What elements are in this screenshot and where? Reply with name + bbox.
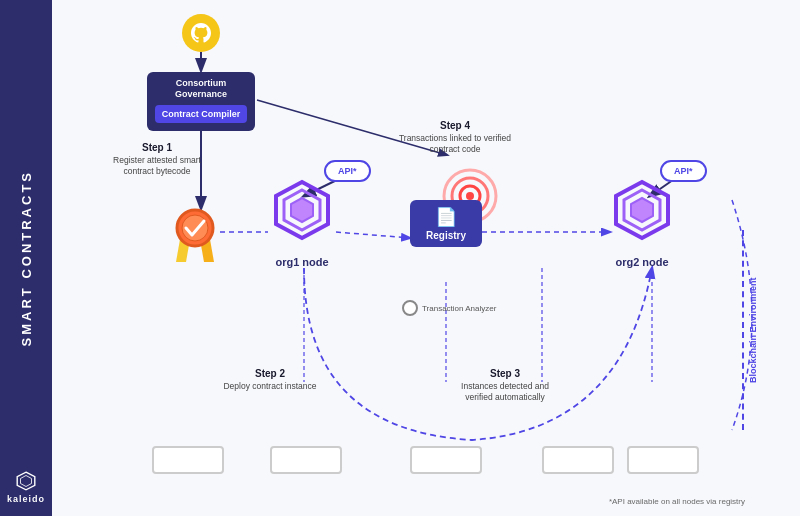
blockchain-box-5	[627, 446, 699, 474]
svg-marker-0	[17, 472, 35, 490]
step1-title: Step 1	[112, 142, 202, 153]
blockchain-box-1	[152, 446, 224, 474]
step4-label: Step 4 Transactions linked to verified c…	[390, 120, 520, 155]
blockchain-box-3	[410, 446, 482, 474]
github-logo	[189, 21, 213, 45]
blockchain-box-2	[270, 446, 342, 474]
consortium-title: Consortium Governance	[155, 78, 247, 100]
api-footnote: *API available on all nodes via registry	[609, 497, 745, 506]
org2-node: org2 node	[610, 178, 674, 268]
step4-desc: Transactions linked to verified contract…	[390, 133, 520, 155]
compiler-button: Contract Compiler	[155, 105, 247, 123]
step1-desc: Register attested smart contract bytecod…	[112, 155, 202, 177]
registry-box: 📄 Registry	[410, 200, 482, 247]
org1-node: org1 node	[270, 178, 334, 268]
transaction-analyzer: Transaction Analyzer	[402, 300, 496, 316]
org2-hexagon	[610, 178, 674, 250]
svg-marker-1	[20, 476, 31, 487]
org2-label: org2 node	[615, 256, 668, 268]
kaleido-logo-text: kaleido	[7, 494, 45, 504]
sidebar-logo: kaleido	[7, 470, 45, 504]
award-medal	[172, 208, 218, 260]
main-content: Consortium Governance Contract Compiler …	[52, 0, 800, 516]
step1-label: Step 1 Register attested smart contract …	[112, 142, 202, 177]
medal-svg	[172, 208, 218, 262]
api1-label: API*	[338, 166, 357, 176]
registry-icon: 📄	[416, 206, 476, 228]
tx-circle-icon	[402, 300, 418, 316]
api2-label: API*	[674, 166, 693, 176]
sidebar: SMART CONTRACTS kaleido	[0, 0, 52, 516]
step3-desc: Instances detected and verified automati…	[450, 381, 560, 403]
org1-label: org1 node	[275, 256, 328, 268]
sidebar-title: SMART CONTRACTS	[19, 170, 34, 346]
svg-marker-20	[291, 198, 313, 222]
blockchain-environment-label: Blockchain Environment	[742, 230, 758, 430]
step2-label: Step 2 Deploy contract instance	[220, 368, 320, 392]
step3-label: Step 3 Instances detected and verified a…	[450, 368, 560, 403]
step2-desc: Deploy contract instance	[220, 381, 320, 392]
svg-point-24	[466, 192, 474, 200]
org1-hexagon	[270, 178, 334, 250]
github-icon	[182, 14, 220, 52]
step3-title: Step 3	[450, 368, 560, 379]
step2-title: Step 2	[220, 368, 320, 379]
consortium-box: Consortium Governance Contract Compiler	[147, 72, 255, 131]
registry-label: Registry	[416, 230, 476, 241]
svg-line-7	[336, 232, 410, 238]
kaleido-logo-icon	[15, 470, 37, 492]
svg-marker-27	[631, 198, 653, 222]
blockchain-box-4	[542, 446, 614, 474]
tx-analyzer-label: Transaction Analyzer	[422, 304, 496, 313]
step4-title: Step 4	[390, 120, 520, 131]
